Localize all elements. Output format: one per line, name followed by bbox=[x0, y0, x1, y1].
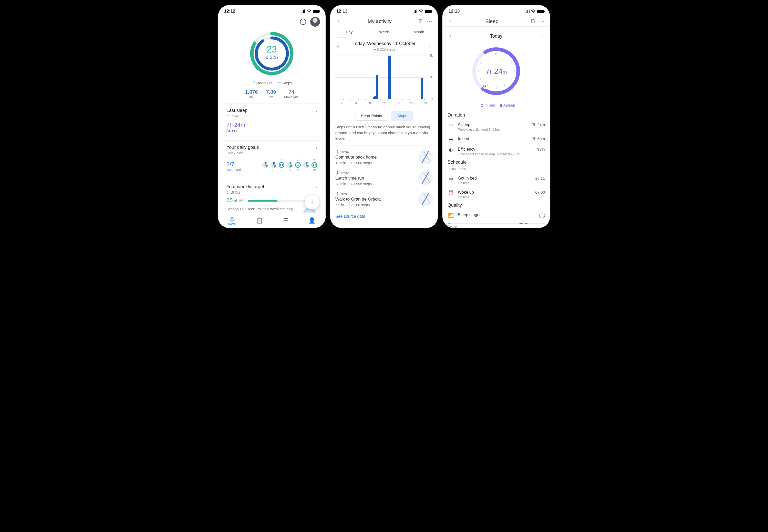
activity-item[interactable]: 🚶 20:34Commute back home12 min · ⤳ 1,900… bbox=[330, 147, 438, 168]
prev-day-icon[interactable]: ‹ bbox=[334, 43, 341, 50]
row-icon: 🛏 bbox=[448, 137, 454, 142]
status-time: 12:12 bbox=[224, 9, 235, 14]
sleep-icon: ᶻᶻ bbox=[226, 114, 229, 118]
status-time: 12:13 bbox=[449, 9, 460, 14]
svg-text:10: 10 bbox=[479, 61, 482, 64]
schedule-heading: Schedule bbox=[442, 159, 550, 167]
heart-pts-value: 23 bbox=[267, 44, 277, 55]
steps-bar-chart[interactable]: 02k4k bbox=[335, 56, 433, 99]
svg-text:9: 9 bbox=[478, 69, 479, 72]
plus-icon: + bbox=[310, 197, 315, 207]
calendar-icon[interactable]: 🗓 bbox=[530, 18, 537, 25]
back-icon[interactable]: ‹ bbox=[447, 18, 454, 25]
daily-goals-card[interactable]: Your daily goals › Last 7 days 3/7 Achie… bbox=[222, 140, 322, 176]
sleep-stages-row[interactable]: 📶 Sleep stages i bbox=[442, 210, 550, 221]
person-icon: 👤 bbox=[308, 217, 315, 224]
back-icon[interactable]: ‹ bbox=[335, 18, 342, 25]
metric-toggle: Heart Points Steps bbox=[330, 111, 438, 121]
svg-text:☾: ☾ bbox=[483, 48, 487, 52]
week-goal-days: TF✓SS✓MT✓W bbox=[262, 158, 317, 172]
screen-sleep: 12:13 ‹ Sleep 🗓 ⋯ ‹ Today › 12 1 2 3 4 5 bbox=[442, 5, 550, 228]
map-thumbnail bbox=[418, 192, 433, 206]
period-tabs: Day Week Month bbox=[330, 26, 438, 37]
wifi-icon bbox=[531, 9, 536, 13]
steps-icon: ⤳ bbox=[277, 80, 281, 85]
activity-type-icon: 🏃 bbox=[335, 171, 339, 175]
svg-text:3: 3 bbox=[513, 69, 515, 72]
row-icon: ⏰ bbox=[448, 190, 454, 196]
bars-icon: 📶 bbox=[448, 213, 454, 218]
svg-text:8: 8 bbox=[480, 78, 482, 81]
svg-text:4: 4 bbox=[511, 78, 512, 81]
sleep-legend: In bed Asleep bbox=[442, 103, 550, 107]
metric-row: ⏰Woke upOn time07:00 bbox=[442, 187, 550, 202]
info-icon[interactable]: i bbox=[539, 213, 545, 218]
battery-icon bbox=[537, 10, 544, 13]
steps-description: Steps are a useful measure of how much y… bbox=[330, 124, 438, 145]
svg-text:5: 5 bbox=[504, 84, 506, 87]
status-bar: 12:13 bbox=[442, 5, 550, 15]
svg-text:12: 12 bbox=[495, 53, 498, 56]
steps-value: 8,225 bbox=[266, 55, 278, 60]
tab-week[interactable]: Week bbox=[367, 26, 401, 37]
date-nav: ‹ Today, Wednesday 11 October ⤳ 8,225 st… bbox=[330, 37, 438, 53]
tab-day[interactable]: Day bbox=[332, 26, 367, 37]
svg-text:2: 2 bbox=[511, 61, 512, 64]
summary-stats: 1,876cal 7.89km 74Move Min bbox=[218, 89, 326, 99]
metric-row: ◐EfficiencyTime spent in bed asleep. Aim… bbox=[442, 144, 550, 159]
next-day-icon[interactable]: › bbox=[538, 33, 545, 39]
more-icon[interactable]: ⋯ bbox=[538, 18, 545, 25]
status-time: 12:13 bbox=[336, 9, 347, 14]
status-bar: 12:12 bbox=[218, 5, 326, 15]
activity-item[interactable]: 🏃 12:32Lunch time run28 min · ⤳ 3,995 st… bbox=[330, 168, 438, 189]
bottom-nav: ◎Home 📋 ☰ 👤 bbox=[218, 213, 326, 228]
wifi-icon bbox=[307, 9, 311, 13]
see-source-link[interactable]: See source data bbox=[330, 210, 438, 223]
screen-home: 12:12 i 23 8,225 ♡Heart Pts ⤳Steps 1,876… bbox=[218, 5, 326, 228]
chevron-right-icon: › bbox=[316, 145, 317, 151]
metric-row: ᶻᶻᶻAsleepPeople usually need 7–9 hrs7h 2… bbox=[442, 120, 550, 134]
toggle-heart-points[interactable]: Heart Points bbox=[355, 111, 389, 121]
nav-profile[interactable]: 👤 bbox=[308, 217, 315, 224]
add-fab[interactable]: + bbox=[305, 195, 319, 210]
activity-item[interactable]: 🚶 10:01Walk to Gran de Gràcia7 min · ⤳ 2… bbox=[330, 189, 438, 210]
map-thumbnail bbox=[418, 171, 433, 185]
next-day-icon[interactable]: › bbox=[427, 43, 434, 50]
screen-activity: 12:13 ‹ My activity 🗓 ⋯ Day Week Month ‹… bbox=[330, 5, 438, 228]
list-icon: ☰ bbox=[283, 217, 288, 224]
target-icon: ◎ bbox=[228, 216, 236, 222]
cellular-icon bbox=[413, 9, 417, 13]
heart-icon: ♡ bbox=[252, 80, 255, 85]
status-bar: 12:13 bbox=[330, 5, 438, 15]
row-icon: 🛏 bbox=[448, 176, 454, 181]
svg-text:6: 6 bbox=[495, 87, 497, 90]
nav-journal[interactable]: 📋 bbox=[256, 217, 263, 224]
chevron-right-icon: › bbox=[316, 185, 317, 190]
calendar-icon[interactable]: 🗓 bbox=[417, 18, 424, 25]
activity-type-icon: 🚶 bbox=[335, 192, 339, 196]
wifi-icon bbox=[419, 9, 423, 13]
toggle-steps[interactable]: Steps bbox=[391, 111, 413, 121]
clipboard-icon: 📋 bbox=[256, 217, 263, 224]
info-icon[interactable]: i bbox=[300, 19, 306, 25]
activity-type-icon: 🚶 bbox=[335, 150, 339, 154]
svg-text:7: 7 bbox=[487, 84, 488, 87]
prev-day-icon[interactable]: ‹ bbox=[447, 33, 454, 39]
profile-avatar[interactable] bbox=[310, 17, 320, 27]
duration-heading: Duration bbox=[442, 111, 550, 120]
tab-month[interactable]: Month bbox=[401, 26, 436, 37]
sleep-duration: 7h 24m bbox=[226, 122, 317, 128]
svg-text:11: 11 bbox=[486, 55, 489, 58]
nav-home[interactable]: ◎Home bbox=[228, 216, 236, 225]
row-icon: ᶻᶻᶻ bbox=[448, 122, 454, 128]
chart-x-ticks: 04812162024 bbox=[335, 100, 433, 105]
more-icon[interactable]: ⋯ bbox=[426, 18, 433, 25]
sleep-date-nav: ‹ Today › bbox=[442, 29, 550, 41]
svg-text:⏰: ⏰ bbox=[482, 85, 487, 90]
map-thumbnail bbox=[418, 150, 433, 164]
nav-browse[interactable]: ☰ bbox=[283, 217, 288, 224]
battery-icon bbox=[425, 10, 432, 13]
activity-ring[interactable]: 23 8,225 bbox=[218, 27, 326, 78]
status-icons bbox=[300, 9, 319, 13]
last-sleep-card[interactable]: Last sleep › ᶻᶻ Today 7h 24m Asleep bbox=[222, 103, 322, 137]
